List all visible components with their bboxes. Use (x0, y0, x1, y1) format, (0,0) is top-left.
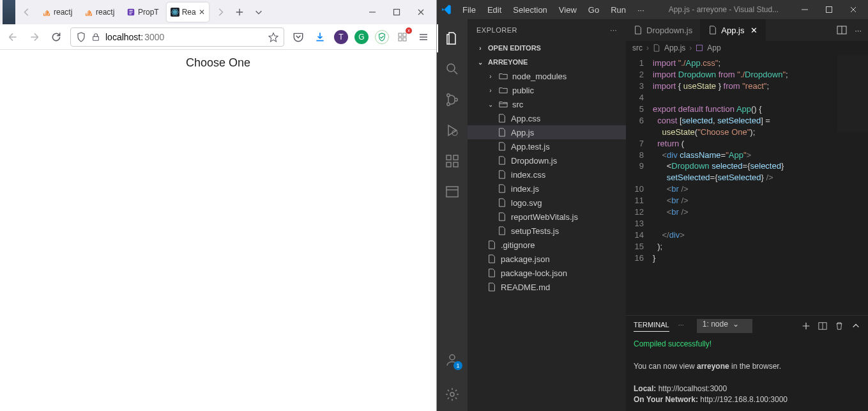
folder-node-modules[interactable]: ›node_modules (468, 69, 626, 83)
kill-terminal-icon[interactable] (835, 322, 844, 330)
extension-d-icon[interactable]: x (395, 30, 409, 44)
browser-tab[interactable]: reactj (80, 3, 119, 22)
file-setuptests[interactable]: setupTests.js (468, 224, 626, 238)
browser-tab-active[interactable]: Rea ✕ (167, 3, 209, 22)
menu-more[interactable]: ··· (632, 5, 650, 15)
tabs-dropdown-icon[interactable] (251, 4, 266, 20)
open-editors-section[interactable]: ›OPEN EDITORS (468, 41, 626, 55)
breadcrumbs[interactable]: src› App.js› App (626, 41, 868, 55)
close-tab-icon[interactable]: ✕ (199, 8, 205, 17)
bookmark-icon[interactable] (268, 32, 278, 42)
more-editor-icon[interactable]: ··· (855, 26, 862, 35)
terminal-select[interactable]: 1: node ⌄ (697, 319, 752, 333)
menu-file[interactable]: File (457, 5, 481, 15)
file-icon (497, 155, 507, 166)
minimize-icon[interactable] (366, 6, 379, 19)
url-bar[interactable]: localhost:3000 (70, 27, 284, 47)
explorer-more-icon[interactable]: ··· (610, 26, 617, 34)
new-tab-icon[interactable] (232, 4, 247, 20)
svg-rect-9 (403, 33, 406, 36)
maximize-panel-icon[interactable] (851, 322, 860, 330)
file-app-test[interactable]: App.test.js (468, 139, 626, 153)
svg-rect-21 (453, 155, 458, 160)
file-icon (708, 26, 717, 35)
file-reportwebvitals[interactable]: reportWebVitals.js (468, 210, 626, 224)
editor-tab-dropdown[interactable]: Dropdown.js (626, 19, 701, 41)
accounts-icon[interactable]: 1 (437, 346, 468, 374)
panel-more-icon[interactable]: ··· (678, 321, 684, 331)
file-index-css[interactable]: index.css (468, 167, 626, 182)
folder-public[interactable]: ›public (468, 83, 626, 97)
new-terminal-icon[interactable] (802, 322, 811, 330)
file-icon (497, 169, 507, 180)
file-package-json[interactable]: package.json (468, 252, 626, 266)
folder-src[interactable]: ⌄src (468, 97, 626, 111)
project-section[interactable]: ⌄ARREYONE (468, 55, 626, 69)
editor-tab-appjs[interactable]: App.js ✕ (701, 19, 766, 41)
pocket-icon[interactable] (291, 29, 306, 45)
file-icon (497, 212, 507, 222)
folder-icon (498, 71, 508, 81)
stackoverflow-icon (42, 8, 51, 17)
file-icon (487, 240, 497, 250)
terminal-tab[interactable]: TERMINAL (634, 321, 669, 332)
code-content[interactable]: import "./App.css";import Dropdown from … (649, 55, 868, 315)
split-terminal-icon[interactable] (818, 322, 827, 330)
menu-view[interactable]: View (554, 5, 582, 15)
forward-icon[interactable] (27, 29, 42, 45)
tab-back-icon[interactable] (19, 4, 34, 20)
close-tab-icon[interactable]: ✕ (750, 26, 758, 35)
extension-c-icon[interactable] (375, 30, 389, 44)
layout-icon[interactable] (437, 178, 468, 206)
debug-icon[interactable] (437, 116, 468, 144)
settings-icon[interactable] (437, 380, 468, 408)
download-icon[interactable] (312, 29, 328, 45)
extensions-icon[interactable] (437, 147, 468, 175)
menu-icon[interactable] (416, 29, 431, 45)
extension-a-icon[interactable]: T (334, 30, 348, 44)
extension-b-icon[interactable]: G (354, 30, 369, 44)
file-dropdown-js[interactable]: Dropdown.js (468, 153, 626, 167)
source-control-icon[interactable] (437, 86, 468, 114)
file-gitignore[interactable]: .gitignore (468, 238, 626, 252)
dropdown-placeholder[interactable]: Choose One (186, 56, 250, 411)
file-icon (497, 183, 507, 194)
reload-icon[interactable] (49, 29, 64, 45)
tab-forward-icon[interactable] (213, 4, 228, 20)
react-icon (171, 8, 179, 17)
maximize-icon[interactable] (390, 6, 403, 19)
file-index-js[interactable]: index.js (468, 182, 626, 196)
code-editor[interactable]: 123456 789 10111213141516 import "./App.… (626, 55, 868, 315)
split-editor-icon[interactable] (837, 25, 847, 35)
close-window-icon[interactable] (415, 6, 427, 19)
menu-edit[interactable]: Edit (482, 5, 506, 15)
editor-area: Dropdown.js App.js ✕ ··· src› App (626, 19, 868, 411)
vscode-window: File Edit Selection View Go Run ··· App.… (437, 0, 868, 411)
file-app-css[interactable]: App.css (468, 111, 626, 125)
svg-rect-19 (446, 162, 451, 167)
file-package-lock[interactable]: package-lock.json (468, 266, 626, 280)
svg-rect-18 (446, 155, 451, 160)
shield-icon (76, 32, 86, 42)
file-readme[interactable]: README.md (468, 280, 626, 294)
terminal-output[interactable]: Compiled successfully! You can now view … (626, 336, 868, 411)
browser-tab[interactable]: reactj (38, 3, 77, 22)
line-gutter: 123456 789 10111213141516 (626, 55, 649, 315)
editor-tabs: Dropdown.js App.js ✕ ··· (626, 19, 868, 41)
explorer-sidebar: EXPLORER ··· ›OPEN EDITORS ⌄ARREYONE ›no… (468, 19, 626, 411)
maximize-icon[interactable] (822, 3, 836, 17)
close-icon[interactable] (846, 3, 860, 17)
svg-rect-26 (697, 45, 703, 51)
minimap[interactable] (837, 55, 868, 132)
menu-go[interactable]: Go (583, 5, 604, 15)
notification-badge: x (406, 27, 412, 34)
minimize-icon[interactable] (798, 3, 812, 17)
menu-selection[interactable]: Selection (508, 5, 552, 15)
menu-run[interactable]: Run (605, 5, 631, 15)
browser-tab[interactable]: PropT (123, 3, 163, 22)
file-logo-svg[interactable]: logo.svg (468, 196, 626, 210)
file-app-js[interactable]: App.js (468, 125, 626, 139)
search-icon[interactable] (437, 55, 468, 83)
back-icon[interactable] (5, 29, 20, 45)
explorer-icon[interactable] (437, 24, 468, 52)
